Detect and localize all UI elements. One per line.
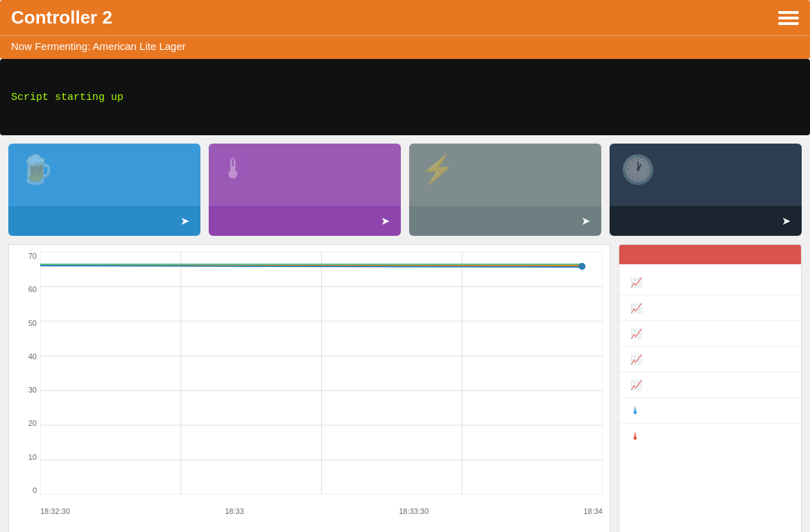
side-panel-header	[619, 245, 801, 264]
beer-temp-icon: 🍺	[19, 153, 54, 186]
x-axis: 18:32:30 18:33 18:33:30 18:34	[40, 499, 603, 515]
terminal-text: Script starting up	[11, 92, 123, 103]
metric-row-heating-duty: 🌡	[619, 424, 801, 449]
app-title: Controller 2	[11, 7, 112, 28]
view-room-temp-arrow: ➤	[381, 214, 390, 228]
card-control-mode[interactable]: ⚡ ➤	[409, 144, 601, 236]
terminal-panel: Script starting up	[0, 59, 810, 135]
fridge-temp-chart-icon: 📈	[630, 328, 642, 339]
card-fridge-temp[interactable]: 🌡 ➤	[209, 144, 401, 236]
metric-row-room-temp: 📈	[619, 372, 801, 398]
metrics-list: 📈 📈 📈 📈	[619, 264, 801, 454]
y-axis: 70 60 50 40 30 20 10 0	[16, 252, 40, 495]
menu-icon[interactable]	[778, 11, 799, 25]
heating-duty-icon: 🌡	[630, 431, 640, 442]
fridge-setting-chart-icon: 📈	[630, 354, 642, 365]
metric-row-fridge-setting: 📈	[619, 347, 801, 372]
room-temp-chart-icon: 📈	[630, 379, 642, 391]
side-panel: 📈 📈 📈 📈	[619, 244, 802, 532]
chart-section: 70 60 50 40 30 20 10 0	[8, 244, 610, 532]
metric-row-cooling-duty: 🌡	[619, 398, 801, 424]
load-prior-log-arrow: ➤	[180, 214, 189, 228]
beer-temp-chart-icon: 📈	[630, 277, 642, 288]
card-beer-temp[interactable]: 🍺 ➤	[8, 144, 200, 236]
header-subtitle: Now Fermenting: American Lite Lager	[0, 35, 810, 59]
metric-row-beer-setting: 📈	[619, 295, 801, 321]
chart-plot-area	[40, 252, 603, 495]
change-mode-arrow: ➤	[581, 214, 590, 228]
svg-point-16	[578, 263, 585, 270]
metric-row-fridge-temp: 📈	[619, 321, 801, 347]
card-log-interval[interactable]: 🕐 ➤	[610, 144, 802, 236]
header-bar: Controller 2	[0, 0, 810, 35]
configure-device-arrow: ➤	[782, 214, 791, 228]
control-mode-icon: ⚡	[420, 153, 455, 186]
fridge-temp-icon: 🌡	[220, 153, 248, 185]
cooling-duty-icon: 🌡	[630, 405, 640, 416]
metric-row-beer-temp: 📈	[619, 270, 801, 295]
log-interval-icon: 🕐	[621, 153, 655, 186]
beer-setting-chart-icon: 📈	[630, 302, 642, 314]
